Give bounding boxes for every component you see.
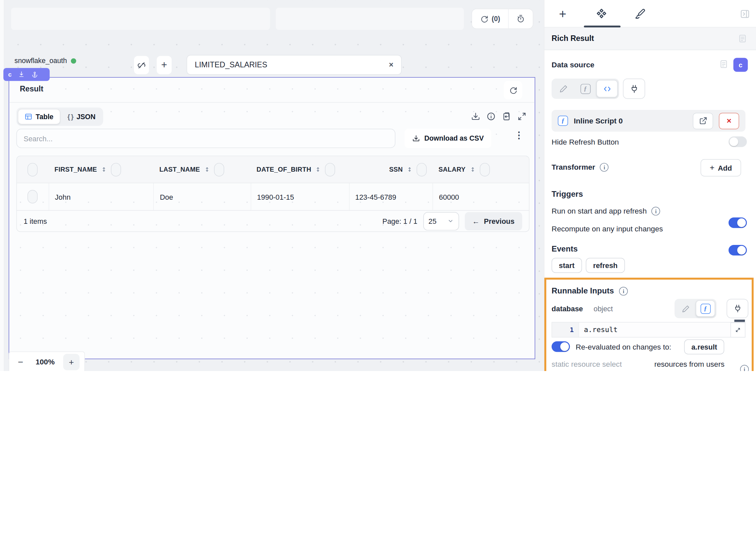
style-tab[interactable] <box>630 7 649 21</box>
expand-icon[interactable] <box>517 108 527 121</box>
braces-icon: { } <box>67 113 73 120</box>
previous-label: Previous <box>484 217 515 225</box>
inspector-title: Rich Result <box>552 34 738 43</box>
app-window: (0) snowflake_oauth + × c Result <box>0 0 756 371</box>
empty-component-slot <box>11 8 270 30</box>
reeval-label: Re-evaluated on changes to: <box>576 343 671 351</box>
move-down-icon <box>18 71 25 78</box>
static-mode-option[interactable] <box>676 300 695 317</box>
table-header-row: FIRST_NAME LAST_NAME DATE_OF_BIRTH SSN S… <box>17 156 529 183</box>
download-icon[interactable] <box>471 108 480 121</box>
reeval-target-pill[interactable]: a.result <box>684 339 724 354</box>
plus-icon: + <box>710 163 715 173</box>
table-select-input[interactable] <box>187 60 381 69</box>
sort-icon[interactable] <box>315 166 321 173</box>
column-checkbox[interactable] <box>325 163 335 176</box>
result-actions <box>471 108 527 121</box>
open-script-button[interactable] <box>693 113 713 129</box>
refresh-all-button[interactable]: (0) <box>472 9 509 28</box>
column-header[interactable]: FIRST_NAME <box>54 166 97 173</box>
hide-refresh-toggle[interactable] <box>729 136 747 147</box>
kebab-menu-icon[interactable]: ⋮ <box>514 130 524 141</box>
datasource-label: snowflake_oauth <box>15 57 76 64</box>
row-checkbox[interactable] <box>28 190 38 203</box>
run-on-start-row: Run on start and app refresh i <box>552 207 660 216</box>
table-search-input[interactable] <box>17 129 395 147</box>
inspector-toolbar: + <box>544 0 756 27</box>
result-refresh-button[interactable] <box>504 81 522 99</box>
refresh-icon <box>509 86 517 94</box>
component-selection-toolbar[interactable]: c <box>3 68 50 81</box>
column-header[interactable]: LAST_NAME <box>159 166 200 173</box>
zoom-out-button[interactable]: − <box>14 357 27 367</box>
detach-script-button[interactable]: × <box>719 113 739 129</box>
pencil-icon <box>559 85 568 93</box>
expand-expression-icon[interactable] <box>731 322 745 337</box>
static-mode-option[interactable] <box>553 80 574 97</box>
info-icon[interactable]: i <box>652 207 660 216</box>
transformer-title: Transformer <box>552 163 595 172</box>
unlink-button[interactable] <box>134 56 149 74</box>
event-start-pill[interactable]: start <box>552 258 582 273</box>
sort-icon[interactable] <box>204 166 210 173</box>
column-checkbox[interactable] <box>214 163 224 176</box>
tab-json[interactable]: { } JSON <box>61 109 102 124</box>
tab-table[interactable]: Table <box>18 109 60 124</box>
rich-result-component[interactable]: Result Table { } JSON Download as CSV <box>9 77 535 359</box>
info-icon[interactable] <box>487 108 496 121</box>
insert-tab[interactable]: + <box>553 7 572 21</box>
column-checkbox[interactable] <box>480 163 490 176</box>
recompute-toggle[interactable] <box>729 245 747 255</box>
runnable-inputs-section: Runnable Inputs i database object ƒ 1 a.… <box>544 278 754 371</box>
column-header[interactable]: DATE_OF_BIRTH <box>257 166 311 173</box>
attached-script-row[interactable]: ƒ Inline Script 0 × <box>552 110 745 132</box>
collapse-panel-icon[interactable] <box>735 7 754 21</box>
add-transformer-button[interactable]: + Add <box>701 159 741 177</box>
static-resource-note: static resource select only <box>552 359 624 371</box>
column-header[interactable]: SSN <box>389 166 403 173</box>
clipboard-icon[interactable] <box>502 108 511 121</box>
template-mode-option[interactable]: ƒ <box>575 80 596 97</box>
database-reeval-toggle[interactable] <box>552 341 570 352</box>
info-icon[interactable]: i <box>740 365 749 371</box>
paintbrush-icon <box>634 8 646 20</box>
select-all-checkbox[interactable] <box>28 163 38 176</box>
settings-tab[interactable] <box>592 7 611 21</box>
clear-icon[interactable]: × <box>381 60 401 69</box>
zoom-in-button[interactable]: + <box>63 354 80 370</box>
inspector-panel: + Rich Result Data source c ƒ <box>544 0 756 371</box>
sort-icon[interactable] <box>101 166 107 173</box>
connect-input-button[interactable] <box>727 299 748 318</box>
tab-json-label: JSON <box>77 113 96 120</box>
info-icon[interactable]: i <box>619 287 628 295</box>
previous-page-button[interactable]: ← Previous <box>464 212 522 230</box>
eval-mode-option[interactable]: ƒ <box>696 300 715 317</box>
sort-icon[interactable] <box>469 166 476 173</box>
pencil-icon <box>681 304 690 313</box>
eval-mode-option[interactable] <box>597 80 618 97</box>
sort-icon[interactable] <box>407 166 413 173</box>
docs-icon[interactable] <box>738 34 747 43</box>
page-size-select[interactable]: 25 <box>423 212 459 230</box>
items-count: 1 items <box>24 217 47 225</box>
column-header[interactable]: SALARY <box>438 166 465 173</box>
run-on-start-toggle[interactable] <box>729 218 747 228</box>
data-source-title: Data source <box>552 61 595 69</box>
table-row[interactable]: John Doe 1990-01-15 123-45-6789 60000 <box>17 183 529 211</box>
column-checkbox[interactable] <box>417 163 427 176</box>
canvas-zoom-control: − 100% + <box>9 352 85 371</box>
docs-icon[interactable] <box>719 59 729 69</box>
arrow-left-icon: ← <box>472 217 480 225</box>
plug-icon <box>733 304 742 313</box>
event-refresh-pill[interactable]: refresh <box>586 258 625 273</box>
download-csv-button[interactable]: Download as CSV <box>404 129 491 148</box>
info-icon[interactable]: i <box>600 163 609 172</box>
canvas-left-margin <box>0 0 4 371</box>
connect-input-button[interactable] <box>623 79 645 99</box>
recompute-label: Recompute on any input changes <box>552 225 663 233</box>
run-on-start-label: Run on start and app refresh <box>552 207 647 216</box>
column-checkbox[interactable] <box>111 163 121 176</box>
database-expression-editor[interactable]: 1 a.result <box>552 322 745 338</box>
add-button[interactable]: + <box>157 56 172 74</box>
schedule-refresh-button[interactable] <box>509 9 533 28</box>
